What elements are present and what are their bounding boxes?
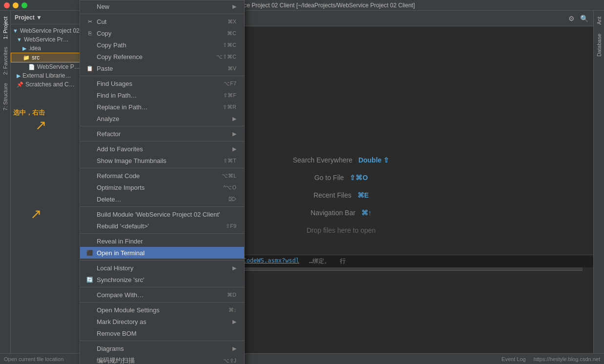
menu-item-delete[interactable]: Delete… ⌦ <box>80 193 244 205</box>
tree-expand-icon: ▶ <box>22 45 26 52</box>
menu-item-copy-reference[interactable]: Copy Reference ⌥⇧⌘C <box>80 51 244 62</box>
menu-item-show-thumbnails[interactable]: Show Image Thumbnails ⇧⌘T <box>80 155 244 166</box>
event-log-link[interactable]: Event Log <box>501 356 526 362</box>
menu-item-paste[interactable]: 📋Paste ⌘V <box>80 62 244 74</box>
tree-item-label: Scratches and C… <box>25 81 75 88</box>
separator <box>80 206 244 207</box>
tree-item-label: WebService Project 02… <box>20 27 85 34</box>
separator <box>80 168 244 168</box>
tree-item-src[interactable]: 📁 src <box>11 53 88 62</box>
tree-item-module[interactable]: ▼ WebService Pr… <box>11 35 88 44</box>
new-icon <box>86 2 94 10</box>
menu-item-build-module[interactable]: Build Module 'WebService Project 02 Clie… <box>80 208 244 220</box>
separator <box>80 302 244 303</box>
separator <box>80 126 244 126</box>
tree-item-label: .idea <box>28 45 41 52</box>
sidebar-item-favorites[interactable]: 2: Favorites <box>0 43 10 79</box>
tree-item-idea[interactable]: ▶ .idea <box>11 44 88 53</box>
shortcut-navigation-bar: Navigation Bar ⌘↑ <box>311 209 372 217</box>
tree-expand-icon: ▼ <box>17 37 22 42</box>
tree-item-label: WebService P… <box>37 63 80 70</box>
separator <box>80 14 244 14</box>
tree-expand-icon: ▶ <box>17 73 21 79</box>
main-layout: 1: Project 2: Favorites 7: Structure Pro… <box>0 11 604 364</box>
sidebar-item-structure[interactable]: 7: Structure <box>0 79 10 115</box>
sidebar-item-ant[interactable]: Ant <box>594 13 604 29</box>
tree-item-webservice-file[interactable]: 📄 WebService P… <box>11 62 88 71</box>
status-open-file[interactable]: Open current file location <box>4 356 63 362</box>
menu-item-local-history[interactable]: Local History ▶ <box>80 262 244 274</box>
minimize-button[interactable] <box>13 2 19 8</box>
menu-item-code-scan[interactable]: 编码规约扫描 ⌥⇧J <box>80 354 244 364</box>
tree-item-scratches[interactable]: 📌 Scratches and C… <box>11 80 88 89</box>
maximize-button[interactable] <box>21 2 27 8</box>
menu-item-copy[interactable]: ⎘Copy ⌘C <box>80 27 244 39</box>
src-folder-icon: 📁 <box>23 55 30 61</box>
file-icon: 📄 <box>28 64 35 70</box>
separator <box>80 260 244 261</box>
tree-item-root[interactable]: ▼ WebService Project 02… <box>11 26 88 35</box>
separator <box>80 341 244 341</box>
menu-item-copy-path[interactable]: Copy Path ⇧⌘C <box>80 39 244 51</box>
sidebar-item-database[interactable]: Database <box>594 30 604 61</box>
menu-item-find-usages[interactable]: Find Usages ⌥F7 <box>80 78 244 89</box>
separator <box>80 287 244 287</box>
menu-item-find-in-path[interactable]: Find in Path… ⇧⌘F <box>80 89 244 101</box>
project-panel: Project ▼ ▼ WebService Project 02… ▼ Web… <box>11 11 89 364</box>
scratch-icon: 📌 <box>17 81 23 88</box>
cut-icon: ✂ <box>86 18 94 25</box>
menu-item-remove-bom[interactable]: Remove BOM <box>80 327 244 339</box>
sidebar-item-project[interactable]: 1: Project <box>0 13 10 43</box>
menu-item-new[interactable]: New ▶ <box>80 0 244 12</box>
traffic-lights <box>4 2 27 8</box>
tree-item-external-libs[interactable]: ▶ External Librarie… <box>11 71 88 80</box>
drop-hint: Drop files here to open <box>307 226 376 234</box>
terminal-icon: ⬛ <box>86 249 94 257</box>
menu-item-replace-in-path[interactable]: Replace in Path… ⇧⌘R <box>80 101 244 113</box>
project-tree: ▼ WebService Project 02… ▼ WebService Pr… <box>11 24 88 364</box>
settings-icon[interactable]: ⚙ <box>566 13 577 24</box>
shortcut-recent-files: Recent Files ⌘E <box>313 191 369 199</box>
tree-expand-icon: ▼ <box>13 28 18 34</box>
menu-item-add-favorites[interactable]: Add to Favorites ▶ <box>80 143 244 155</box>
shortcut-search-everywhere: Search Everywhere Double ⇧ <box>293 156 390 164</box>
separator <box>80 233 244 234</box>
menu-item-refactor[interactable]: Refactor ▶ <box>80 128 244 140</box>
search-everywhere-icon[interactable]: 🔍 <box>579 13 589 24</box>
tree-item-label: WebService Pr… <box>24 36 69 43</box>
context-menu: New ▶ ✂Cut ⌘X ⎘Copy ⌘C Copy Path ⇧⌘C Cop… <box>80 0 245 364</box>
menu-item-optimize-imports[interactable]: Optimize Imports ^⌥O <box>80 182 244 193</box>
paste-icon: 📋 <box>86 64 94 72</box>
project-label: Project ▼ <box>15 14 42 21</box>
sync-icon: 🔄 <box>86 276 94 283</box>
left-sidebar: 1: Project 2: Favorites 7: Structure <box>0 11 11 364</box>
menu-item-open-terminal[interactable]: ⬛Open in Terminal <box>80 247 244 259</box>
menu-item-open-module-settings[interactable]: Open Module Settings ⌘↓ <box>80 304 244 316</box>
menu-item-analyze[interactable]: Analyze ▶ <box>80 113 244 124</box>
menu-item-mark-directory[interactable]: Mark Directory as ▶ <box>80 316 244 327</box>
tree-item-label: External Librarie… <box>22 72 71 79</box>
menu-item-rebuild[interactable]: Rebuild '<default>' ⇧F9 <box>80 220 244 232</box>
tree-item-label: src <box>32 54 40 61</box>
menu-item-cut[interactable]: ✂Cut ⌘X <box>80 16 244 27</box>
blog-link[interactable]: https://hestyle.blog.csdn.net <box>534 356 600 362</box>
menu-item-reveal-finder[interactable]: Reveal in Finder <box>80 235 244 247</box>
copy-icon: ⎘ <box>86 29 94 37</box>
right-sidebar: Ant Database <box>593 11 604 364</box>
shortcut-goto-file: Go to File ⇧⌘O <box>314 174 368 182</box>
separator <box>80 141 244 142</box>
separator <box>80 76 244 76</box>
close-button[interactable] <box>4 2 10 8</box>
menu-item-synchronize[interactable]: 🔄Synchronize 'src' <box>80 274 244 285</box>
menu-item-diagrams[interactable]: Diagrams ▶ <box>80 343 244 354</box>
menu-item-reformat[interactable]: Reformat Code ⌥⌘L <box>80 170 244 182</box>
menu-item-compare-with[interactable]: Compare With… ⌘D <box>80 289 244 301</box>
project-panel-header: Project ▼ <box>11 11 88 24</box>
